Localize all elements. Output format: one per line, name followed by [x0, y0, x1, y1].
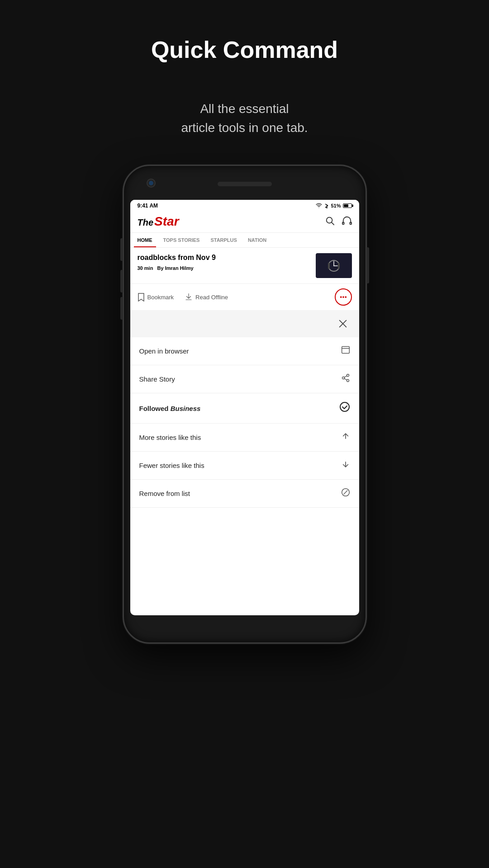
status-time: 9:41 AM [138, 203, 158, 209]
checked-icon [339, 401, 350, 415]
svg-line-1 [332, 222, 334, 225]
fewer-stories-item[interactable]: Fewer stories like this [130, 452, 359, 480]
svg-rect-2 [342, 222, 344, 224]
search-icon[interactable] [325, 216, 335, 228]
svg-point-19 [347, 379, 349, 382]
bluetooth-icon [324, 203, 329, 209]
tab-starplus[interactable]: STARPLUS [207, 233, 240, 247]
svg-point-18 [342, 377, 344, 379]
followed-business-item[interactable]: Followed Business [130, 393, 359, 424]
article-toolbar: Bookmark Read Offline [130, 283, 359, 310]
more-button[interactable] [335, 288, 352, 306]
cancel-icon [341, 488, 350, 499]
page-title: Quick Command [151, 36, 338, 63]
svg-point-22 [340, 402, 349, 411]
more-stories-item[interactable]: More stories like this [130, 424, 359, 452]
svg-rect-3 [350, 222, 351, 224]
share-story-label: Share Story [139, 375, 175, 383]
share-icon [341, 373, 350, 385]
svg-point-17 [347, 374, 349, 377]
svg-line-20 [344, 378, 347, 380]
article-title: roadblocks from Nov 9 [138, 253, 311, 263]
bookmark-label: Bookmark [147, 294, 174, 301]
phone-screen: 9:41 AM 51% [130, 200, 359, 615]
arrow-down-icon [341, 460, 350, 471]
logo: The Star [138, 214, 179, 229]
header-icons [325, 216, 352, 228]
battery-percent: 51% [331, 203, 341, 208]
share-story-item[interactable]: Share Story [130, 365, 359, 393]
logo-the: The [138, 217, 154, 228]
more-stories-label: More stories like this [139, 434, 201, 441]
phone-frame: 9:41 AM 51% [123, 165, 367, 644]
tab-tops-stories[interactable]: TOPS STORIES [160, 233, 204, 247]
status-bar: 9:41 AM 51% [130, 200, 359, 211]
browser-icon [341, 345, 350, 357]
open-in-browser-item[interactable]: Open in browser [130, 337, 359, 365]
open-in-browser-label: Open in browser [139, 347, 189, 355]
svg-line-21 [344, 376, 347, 377]
close-icon [338, 319, 348, 329]
more-dots-icon [339, 293, 347, 301]
author-prefix: By [157, 265, 164, 271]
wifi-icon [315, 203, 323, 208]
status-icons: 51% [315, 203, 351, 209]
read-offline-label: Read Offline [195, 294, 228, 301]
battery-fill [344, 204, 349, 207]
followed-business-label: Followed Business [139, 405, 201, 412]
arrow-up-icon [341, 432, 350, 443]
article-thumbnail [316, 253, 352, 278]
download-icon [185, 293, 193, 301]
quick-command-panel: Open in browser Share Story [130, 310, 359, 508]
phone-mockup: 9:41 AM 51% [123, 165, 367, 644]
svg-rect-8 [328, 263, 330, 269]
article-preview: roadblocks from Nov 9 30 min By Imran Hi… [130, 248, 359, 283]
logo-star: Star [154, 214, 179, 229]
svg-point-12 [345, 297, 346, 297]
article-meta: 30 min By Imran Hilmy [138, 265, 311, 271]
tab-nation[interactable]: NATION [244, 233, 270, 247]
svg-point-11 [342, 297, 343, 297]
read-offline-button[interactable]: Read Offline [185, 293, 228, 301]
svg-rect-15 [342, 347, 349, 354]
tab-home[interactable]: HOME [134, 233, 156, 247]
fewer-stories-label: Fewer stories like this [139, 462, 204, 469]
remove-from-list-label: Remove from list [139, 490, 190, 497]
author-name: Imran Hilmy [165, 265, 194, 271]
remove-from-list-item[interactable]: Remove from list [130, 480, 359, 508]
svg-line-26 [343, 491, 347, 494]
bookmark-button[interactable]: Bookmark [138, 292, 174, 302]
headphones-icon[interactable] [342, 216, 352, 228]
read-time: 30 min [138, 265, 153, 271]
svg-rect-9 [338, 263, 340, 269]
article-content: roadblocks from Nov 9 30 min By Imran Hi… [138, 253, 311, 271]
svg-point-10 [340, 297, 341, 297]
app-header: The Star [130, 211, 359, 233]
close-button[interactable] [336, 316, 350, 331]
qc-header [130, 310, 359, 337]
battery-bar [343, 203, 352, 208]
nav-tabs: HOME TOPS STORIES STARPLUS NATION [130, 233, 359, 248]
camera [147, 179, 156, 188]
page-subtitle: All the essentialarticle tools in one ta… [181, 99, 308, 137]
bookmark-icon [138, 292, 145, 302]
speaker [218, 182, 272, 186]
